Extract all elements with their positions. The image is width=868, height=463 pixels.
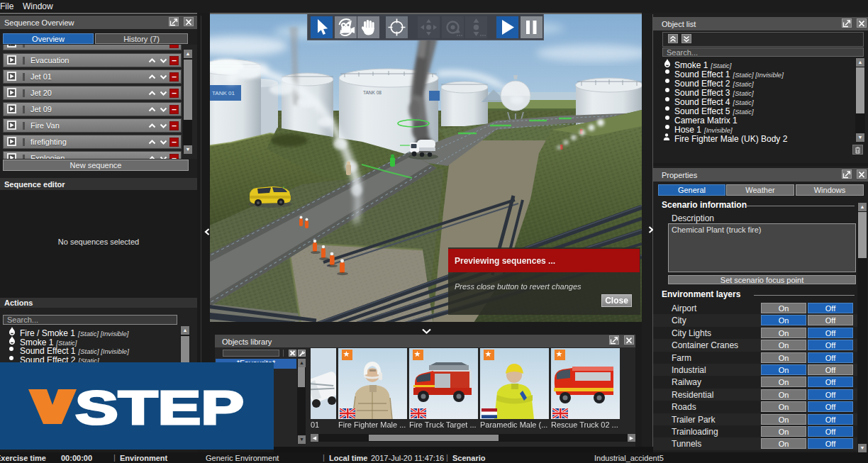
svg-text:TANK 01: TANK 01 <box>212 90 235 96</box>
svg-text:STEP: STEP <box>75 381 244 434</box>
svg-text:TANK 08: TANK 08 <box>363 90 382 95</box>
